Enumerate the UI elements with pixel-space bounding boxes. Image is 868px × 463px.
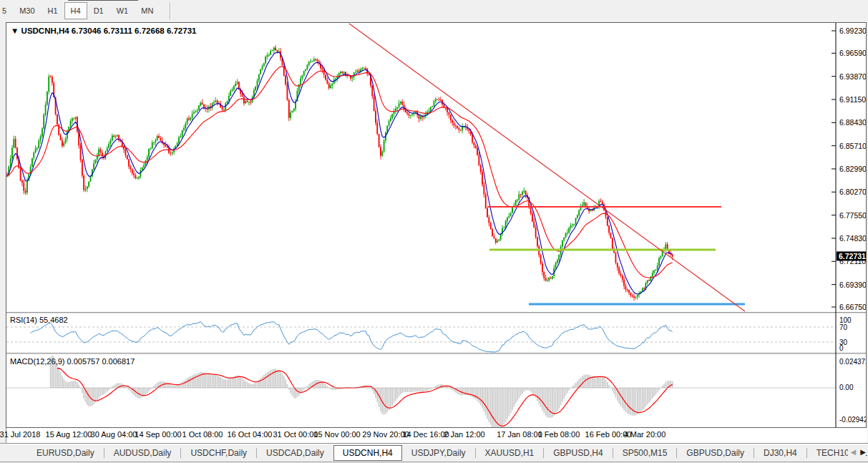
price-axis-label: 6.96590 [839,49,866,57]
timeframe-button-w1[interactable]: W1 [110,2,135,19]
tab-scroll-right-icon[interactable]: ▶ [860,447,866,458]
price-axis-label: 6.88430 [839,118,866,127]
ma-fast-line [7,52,673,294]
time-axis: 31 Jul 201815 Aug 12:0030 Aug 04:0014 Se… [6,428,867,443]
price-axis-label: 6.74830 [839,234,866,243]
price-axis-label: 6.91150 [839,95,866,104]
candlestick-series [6,45,673,301]
timeframe-button-h4[interactable]: H4 [64,2,87,19]
price-axis-label: 6.77550 [839,211,866,220]
panel-separator [6,313,866,314]
chart-tab-bar: EURUSD,DailyAUDUSD,DailyUSDCHF,DailyUSDC… [0,444,868,462]
chart-tab-usdcnh[interactable]: USDCNH,H4 [333,445,402,461]
timeframe-buttons: 5 M30H1H4D1W1MN [0,2,171,19]
current-price-label: 6.72731 [839,252,866,260]
macd-axis-label: -0.029423 [839,416,866,424]
price-axis-label: 6.80270 [839,187,866,196]
chart-canvas[interactable]: 6.992306.965906.938706.911506.884306.857… [6,23,866,427]
macd-signal-line [57,369,673,427]
panel-separator [6,354,866,355]
rsi-label: RSI(14) 55.4682 [10,316,68,324]
rsi-axis-label: 0 [839,344,844,352]
timeframe-button-partial[interactable]: 5 [0,2,13,19]
chart-tab-usdcad[interactable]: USDCAD,Daily [257,446,333,460]
panel-separator [6,312,866,313]
timeframe-toolbar: 5 M30H1H4D1W1MN [0,0,868,21]
chart-tab-gbpusd[interactable]: GBPUSD,Daily [677,446,754,460]
chart-tab-usdjpy[interactable]: USDJPY,Daily [402,446,475,460]
chart-tab-usdchf[interactable]: USDCHF,Daily [181,446,256,460]
chart-tab-eurusd[interactable]: EURUSD,Daily [27,446,104,460]
macd-histogram [50,356,673,427]
price-axis-label: 6.69390 [839,281,866,289]
price-axis-label: 6.99230 [839,26,866,35]
tab-scroll-arrows: ◀ ▶ [848,447,866,458]
timeframe-button-m30[interactable]: M30 [13,2,41,19]
panel-separator [6,353,866,354]
toolbar-remnant-line [68,0,138,1]
macd-axis-label: 0.024372 [839,358,866,366]
macd-label: MACD(12,26,9) 0.005757 0.006817 [10,357,135,366]
price-axis-label: 6.93870 [839,72,866,81]
chart-title: ▼ USDCNH,H4 6.73046 6.73111 6.72668 6.72… [11,26,197,35]
timeframe-button-d1[interactable]: D1 [87,2,110,19]
rsi-line [31,321,673,352]
tab-scroll-left-icon[interactable]: ◀ [851,447,857,458]
timeframe-button-h1[interactable]: H1 [42,2,64,19]
price-axis-label: 6.82990 [839,165,866,173]
chart-tab-sp500[interactable]: SP500,M15 [613,446,677,460]
price-axis-label: 6.66750 [839,303,866,311]
time-axis-label: 4 Mar 20:00 [613,430,677,439]
timeframe-button-mn[interactable]: MN [135,2,160,19]
chart-tab-dj30[interactable]: DJ30,H4 [754,446,806,460]
price-axis-label: 6.85710 [839,142,866,150]
chart-tab-gbpusd[interactable]: GBPUSD,H4 [544,446,612,460]
chart-tab-audusd[interactable]: AUDUSD,Daily [104,446,181,460]
macd-axis-label: 0.00 [839,384,854,391]
toolbar-separator [170,2,171,19]
chart-window[interactable]: 6.992306.965906.938706.911506.884306.857… [6,22,867,428]
ma-slow-line [7,67,673,278]
chart-tab-xauusd[interactable]: XAUUSD,H1 [476,446,544,460]
rsi-axis-label: 70 [839,323,848,331]
